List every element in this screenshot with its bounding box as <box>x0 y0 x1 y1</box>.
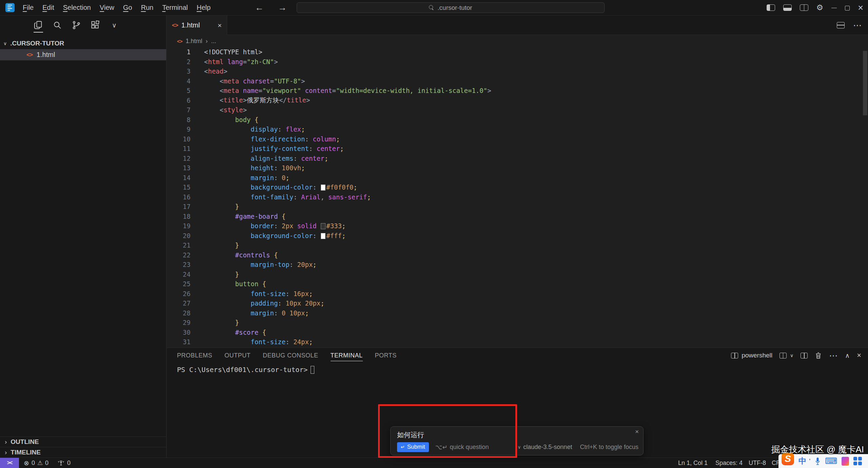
remote-indicator[interactable]: >< <box>0 458 19 468</box>
file-name: 1.html <box>37 51 55 59</box>
ime-language-indicator[interactable]: 中 <box>798 456 806 466</box>
line-text: body { <box>191 116 258 123</box>
errors-count: 0 <box>32 460 35 467</box>
tabbar-divider <box>227 35 868 35</box>
close-panel-icon[interactable]: × <box>857 351 861 360</box>
terminal-prompt-line[interactable]: PS C:\Users\df001\.cursor-tutor> <box>177 366 314 374</box>
code-line-28: 28 margin: 0 10px; <box>167 308 868 318</box>
panel-tab-problems[interactable]: PROBLEMS <box>177 348 212 363</box>
line-number: 20 <box>167 232 191 239</box>
line-number: 21 <box>167 241 191 249</box>
editor-scrollbar[interactable] <box>863 51 867 115</box>
extensions-icon[interactable] <box>90 19 101 31</box>
explorer-folder-header[interactable]: ∨ .CURSOR-TUTOR <box>0 38 166 49</box>
warnings-count: 0 <box>45 460 48 467</box>
menu-item-selection[interactable]: Selection <box>59 2 95 13</box>
code-line-16: 16 font-family: Arial, sans-serif; <box>167 192 868 202</box>
section-label: OUTLINE <box>11 438 39 446</box>
code-line-26: 26 font-size: 16px; <box>167 289 868 299</box>
color-swatch-icon <box>321 184 326 191</box>
source-control-icon[interactable] <box>71 19 82 31</box>
section-timeline[interactable]: ›TIMELINE <box>0 447 166 457</box>
kill-terminal-trash-icon[interactable] <box>815 352 822 359</box>
file-item-1html[interactable]: <> 1.html <box>0 49 166 60</box>
tab-label: 1.html <box>181 21 200 29</box>
line-text: } <box>191 271 239 278</box>
code-line-10: 10 flex-direction: column; <box>167 134 868 144</box>
menu-item-file[interactable]: File <box>18 2 38 13</box>
ai-close-icon[interactable]: × <box>635 428 639 435</box>
panel-more-icon[interactable]: ⋯ <box>829 351 838 360</box>
menu-item-go[interactable]: Go <box>119 2 137 13</box>
search-activity-icon[interactable] <box>52 19 63 31</box>
breadcrumb[interactable]: <> 1.html › ... <box>167 35 868 47</box>
encoding-indicator[interactable]: UTF-8 <box>749 458 766 468</box>
line-text: <html lang="zh-CN"> <box>191 58 278 65</box>
panel-tab-output[interactable]: OUTPUT <box>224 348 251 363</box>
code-line-29: 29 } <box>167 318 868 328</box>
terminal-icon <box>731 353 738 358</box>
code-line-24: 24 } <box>167 270 868 279</box>
toggle-sidebar-right-icon[interactable] <box>800 4 808 11</box>
close-button[interactable]: × <box>858 4 863 11</box>
tab-1html[interactable]: <> 1.html × <box>167 16 227 35</box>
command-center-search[interactable]: .cursor-tutor <box>297 2 605 13</box>
indentation-indicator[interactable]: Spaces: 4 <box>715 458 743 468</box>
menu-item-view[interactable]: View <box>95 2 119 13</box>
explorer-icon[interactable] <box>33 19 44 31</box>
ime-punctuation-icon[interactable]: ’ <box>809 457 810 465</box>
menu-item-run[interactable]: Run <box>137 2 158 13</box>
sidebar-bottom-sections: ›OUTLINE›TIMELINE <box>0 436 166 457</box>
menu-item-terminal[interactable]: Terminal <box>158 2 192 13</box>
menu-item-edit[interactable]: Edit <box>38 2 58 13</box>
code-line-15: 15 background-color: #f0f0f0; <box>167 182 868 192</box>
red-highlight-annotation <box>378 404 517 458</box>
microphone-icon[interactable] <box>815 457 821 465</box>
terminal-shell-selector[interactable]: powershell <box>731 352 772 359</box>
ime-toolbox-grid-icon[interactable] <box>853 457 862 465</box>
minimize-button[interactable] <box>831 8 837 8</box>
line-col-indicator[interactable]: Ln 1, Col 1 <box>678 458 708 468</box>
code-line-23: 23 margin-top: 20px; <box>167 260 868 270</box>
panel-tab-debug-console[interactable]: DEBUG CONSOLE <box>263 348 318 363</box>
keyboard-icon[interactable]: ⌨ <box>825 456 837 466</box>
panel-tab-ports[interactable]: PORTS <box>375 348 397 363</box>
breadcrumb-more[interactable]: ... <box>211 38 216 45</box>
watermark-text: 掘金技术社区 @ 魔卡AI <box>771 444 864 455</box>
line-text: <!DOCTYPE html> <box>191 48 262 56</box>
maximize-panel-chevron-icon[interactable]: ∧ <box>845 352 850 359</box>
code-editor[interactable]: 1<!DOCTYPE html>2<html lang="zh-CN">3<he… <box>167 47 868 348</box>
line-text: #score { <box>191 329 266 336</box>
line-number: 4 <box>167 77 191 85</box>
line-text: background-color: #fff; <box>191 232 346 239</box>
code-line-30: 30 #score { <box>167 328 868 337</box>
problems-status[interactable]: ⊗ 0 ⚠ 0 0 <box>24 458 71 468</box>
back-icon[interactable]: ← <box>255 2 264 13</box>
breadcrumb-file[interactable]: 1.html <box>186 38 202 45</box>
toggle-sidebar-left-icon[interactable] <box>767 4 775 11</box>
forward-icon[interactable]: → <box>278 2 287 13</box>
more-actions-icon[interactable]: ⋯ <box>853 20 862 30</box>
section-outline[interactable]: ›OUTLINE <box>0 436 166 447</box>
tab-close-icon[interactable]: × <box>218 21 222 30</box>
menu-item-help[interactable]: Help <box>192 2 215 13</box>
ime-skin-icon[interactable] <box>842 457 849 466</box>
line-number: 29 <box>167 319 191 326</box>
line-number: 30 <box>167 329 191 336</box>
settings-gear-icon[interactable]: ⚙ <box>816 3 824 12</box>
panel-tab-terminal[interactable]: TERMINAL <box>331 348 363 363</box>
restore-button[interactable] <box>845 6 850 11</box>
split-editor-icon[interactable] <box>837 22 845 28</box>
chevron-down-icon[interactable]: ∨ <box>790 353 793 358</box>
model-selector[interactable]: ∨ claude-3.5-sonnet <box>518 444 572 451</box>
app-window: FileEditSelectionViewGoRunTerminalHelp ←… <box>0 0 868 468</box>
line-text: padding: 10px 20px; <box>191 299 324 307</box>
split-terminal-icon[interactable] <box>801 353 808 358</box>
line-number: 1 <box>167 48 191 56</box>
toggle-panel-icon[interactable] <box>783 4 792 11</box>
new-terminal-button[interactable]: ∨ <box>780 353 793 358</box>
code-line-11: 11 justify-content: center; <box>167 144 868 154</box>
activity-more-chevron-icon[interactable]: ∨ <box>108 19 120 31</box>
menubar: FileEditSelectionViewGoRunTerminalHelp <box>18 0 215 15</box>
code-line-22: 22 #controls { <box>167 250 868 260</box>
